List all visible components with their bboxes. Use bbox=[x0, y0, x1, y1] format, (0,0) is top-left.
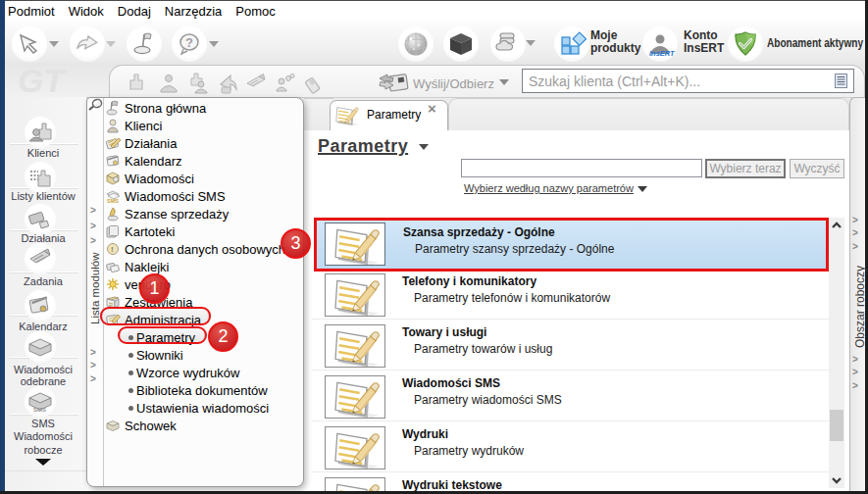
svg-text:?: ? bbox=[185, 35, 193, 50]
svg-text:InsERT: InsERT bbox=[649, 49, 676, 58]
svg-text:SMS: SMS bbox=[33, 407, 46, 413]
svg-text:SMS: SMS bbox=[107, 198, 119, 204]
svg-text:!: ! bbox=[111, 245, 114, 254]
